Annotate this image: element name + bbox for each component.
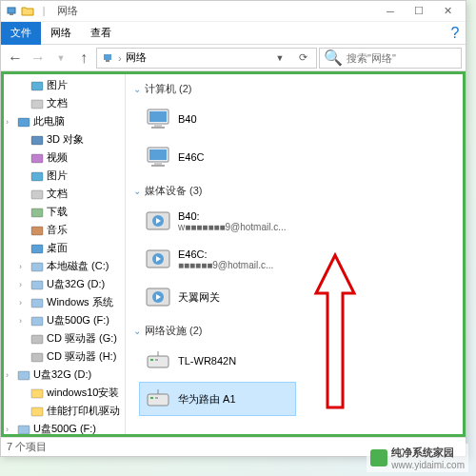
search-input[interactable] xyxy=(347,52,457,64)
nav-item-7[interactable]: 下载 xyxy=(4,203,125,221)
menubar: 文件 网络 查看 ? xyxy=(1,22,466,45)
nav-item-8[interactable]: 音乐 xyxy=(4,221,125,239)
nav-label: CD 驱动器 (H:) xyxy=(47,349,116,364)
explorer-window: | 网络 ─ ☐ ✕ 文件 网络 查看 ? ← → ▼ ↑ › 网络 ▼ ⟳ 🔍 xyxy=(0,0,466,457)
menu-view[interactable]: 查看 xyxy=(81,22,121,45)
folder-icon xyxy=(30,405,44,418)
minimize-button[interactable]: ─ xyxy=(376,2,405,21)
chevron-right-icon[interactable]: › xyxy=(19,298,29,307)
nav-item-11[interactable]: ›U盘32G (D:) xyxy=(4,275,125,293)
item-0-1[interactable]: E46C xyxy=(139,140,296,174)
nav-item-5[interactable]: 图片 xyxy=(4,167,125,185)
nav-label: CD 驱动器 (G:) xyxy=(47,331,117,346)
nav-item-14[interactable]: CD 驱动器 (G:) xyxy=(4,329,125,347)
address-bar: ← → ▼ ↑ › 网络 ▼ ⟳ 🔍 xyxy=(1,45,466,71)
titlebar: | 网络 ─ ☐ ✕ xyxy=(1,1,466,22)
nav-label: 3D 对象 xyxy=(47,132,84,147)
group-header[interactable]: ⌄网络设施 (2) xyxy=(129,322,459,340)
svg-rect-22 xyxy=(31,407,43,416)
nav-item-0[interactable]: 图片 xyxy=(4,76,125,94)
svg-rect-42 xyxy=(150,359,153,361)
nav-item-15[interactable]: CD 驱动器 (H:) xyxy=(4,347,125,366)
content-pane[interactable]: ⌄计算机 (2)B40E46C⌄媒体设备 (3)B40:w■■■■■■■9@ho… xyxy=(126,74,463,434)
group-2: ⌄网络设施 (2)TL-WR842N华为路由 A1 xyxy=(129,322,459,416)
computer-icon xyxy=(144,105,172,133)
svg-rect-4 xyxy=(31,82,43,90)
item-name: B40: xyxy=(178,210,287,222)
ribbon-help-icon[interactable]: ? xyxy=(445,23,466,44)
svg-rect-5 xyxy=(31,100,43,109)
item-sub: w■■■■■■■9@hotmail.c... xyxy=(178,222,287,232)
nav-item-6[interactable]: 文档 xyxy=(4,185,125,203)
item-0-0[interactable]: B40 xyxy=(139,102,296,136)
svg-rect-19 xyxy=(31,353,43,362)
divider-icon: | xyxy=(37,5,50,18)
cd-icon xyxy=(30,350,44,364)
chevron-right-icon[interactable]: › xyxy=(6,370,15,380)
search-box[interactable]: 🔍 xyxy=(319,48,462,69)
nav-item-17[interactable]: windows10安装 xyxy=(4,384,125,402)
usb-icon xyxy=(17,368,30,382)
svg-rect-45 xyxy=(148,394,169,406)
pc-icon xyxy=(17,115,30,129)
svg-rect-34 xyxy=(151,165,165,167)
watermark-url: www.yidaimi.com xyxy=(391,460,465,470)
folder-icon xyxy=(21,5,34,18)
chevron-right-icon[interactable]: › xyxy=(19,280,29,289)
network-icon xyxy=(101,51,114,65)
item-2-0[interactable]: TL-WR842N xyxy=(139,344,296,378)
chevron-right-icon[interactable]: › xyxy=(6,117,15,127)
chevron-right-icon[interactable]: › xyxy=(6,425,15,434)
nav-label: 下载 xyxy=(47,205,68,219)
close-button[interactable]: ✕ xyxy=(433,2,462,21)
group-title: 网络设施 (2) xyxy=(145,324,203,338)
nav-item-13[interactable]: ›U盘500G (F:) xyxy=(4,311,125,329)
item-1-0[interactable]: B40:w■■■■■■■9@hotmail.c... xyxy=(139,204,296,238)
item-1-2[interactable]: 天翼网关 xyxy=(139,280,296,314)
window-title: 网络 xyxy=(57,4,376,18)
nav-item-1[interactable]: 文档 xyxy=(4,94,125,112)
dropdown-icon[interactable]: ▼ xyxy=(270,53,289,63)
nav-label: 本地磁盘 (C:) xyxy=(47,259,109,273)
svg-rect-10 xyxy=(31,190,43,199)
media-icon xyxy=(144,283,172,311)
nav-item-10[interactable]: ›本地磁盘 (C:) xyxy=(4,257,125,275)
item-2-1[interactable]: 华为路由 A1 xyxy=(139,382,296,416)
nav-item-2[interactable]: ›此电脑 xyxy=(4,112,125,130)
nav-item-19[interactable]: ›U盘500G (F:) xyxy=(4,420,125,434)
svg-rect-13 xyxy=(31,245,43,253)
maximize-button[interactable]: ☐ xyxy=(405,2,433,21)
refresh-icon[interactable]: ⟳ xyxy=(293,51,312,64)
chevron-right-icon[interactable]: › xyxy=(19,262,29,271)
nav-history[interactable]: ▼ xyxy=(50,48,71,69)
drive-icon xyxy=(30,296,44,309)
nav-item-16[interactable]: ›U盘32G (D:) xyxy=(4,366,125,384)
music-icon xyxy=(30,224,44,237)
chevron-right-icon[interactable]: › xyxy=(19,316,29,326)
group-header[interactable]: ⌄媒体设备 (3) xyxy=(129,182,459,200)
address-box[interactable]: › 网络 ▼ ⟳ xyxy=(96,48,317,69)
nav-up[interactable]: ↑ xyxy=(73,48,94,69)
nav-item-12[interactable]: ›Windows 系统 xyxy=(4,293,125,311)
nav-forward[interactable]: → xyxy=(28,48,49,69)
group-header[interactable]: ⌄计算机 (2) xyxy=(129,80,459,98)
navigation-pane[interactable]: 图片文档›此电脑3D 对象视频图片文档下载音乐桌面›本地磁盘 (C:)›U盘32… xyxy=(4,74,126,434)
svg-rect-41 xyxy=(148,356,169,367)
svg-rect-9 xyxy=(31,172,43,181)
item-name: E46C: xyxy=(178,248,273,260)
nav-item-4[interactable]: 视频 xyxy=(4,149,125,167)
nav-label: U盘32G (D:) xyxy=(33,367,91,382)
nav-item-3[interactable]: 3D 对象 xyxy=(4,130,125,149)
status-text: 7 个项目 xyxy=(7,440,47,454)
svg-rect-20 xyxy=(18,371,30,380)
svg-rect-46 xyxy=(150,397,153,399)
nav-item-18[interactable]: 佳能打印机驱动 xyxy=(4,402,125,420)
nav-back[interactable]: ← xyxy=(5,48,26,69)
menu-network[interactable]: 网络 xyxy=(41,22,81,45)
item-1-1[interactable]: E46C:■■■■■■9@hotmail.c... xyxy=(139,242,296,276)
videos-icon xyxy=(30,151,44,165)
nav-item-9[interactable]: 桌面 xyxy=(4,239,125,257)
chevron-down-icon: ⌄ xyxy=(133,326,141,336)
menu-file[interactable]: 文件 xyxy=(1,22,41,45)
nav-label: windows10安装 xyxy=(47,386,119,400)
